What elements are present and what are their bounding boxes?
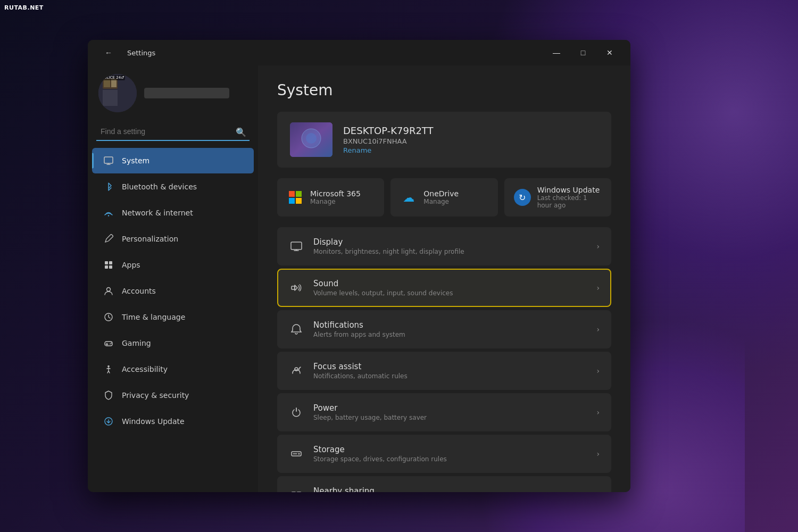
- quick-link-onedrive[interactable]: ☁ OneDrive Manage: [390, 178, 497, 217]
- display-text: DisplayMonitors, brightness, night light…: [313, 237, 587, 255]
- sidebar-item-label-network: Network & internet: [122, 209, 193, 217]
- rename-link[interactable]: Rename: [343, 146, 598, 154]
- focus_assist-desc: Notifications, automatic rules: [313, 372, 587, 380]
- svg-point-25: [298, 453, 300, 455]
- display-icon: [289, 239, 304, 254]
- power-desc: Sleep, battery usage, battery saver: [313, 414, 587, 421]
- titlebar-title: Settings: [127, 49, 155, 57]
- settings-item-focus_assist[interactable]: Focus assistNotifications, automatic rul…: [277, 352, 611, 390]
- sidebar-item-label-accessibility: Accessibility: [122, 365, 168, 373]
- sidebar-item-network[interactable]: Network & internet: [92, 200, 254, 226]
- svg-point-14: [110, 344, 111, 345]
- display-desc: Monitors, brightness, night light, displ…: [313, 248, 587, 255]
- sidebar-item-bluetooth[interactable]: Bluetooth & devices: [92, 174, 254, 200]
- sidebar-item-label-system: System: [122, 156, 149, 165]
- minimize-button[interactable]: —: [544, 44, 569, 61]
- sidebar: POLICE 24♂ 🔍 SystemBluetooth & devicesNe…: [88, 65, 258, 492]
- sound-text: SoundVolume levels, output, input, sound…: [313, 279, 587, 297]
- microsoft365-icon: [287, 189, 304, 206]
- time-icon: [103, 311, 114, 323]
- avatar-label: POLICE 24♂: [101, 75, 125, 80]
- settings-item-power[interactable]: PowerSleep, battery usage, battery saver…: [277, 393, 611, 431]
- search-box: 🔍: [96, 123, 250, 141]
- privacy-icon: [103, 389, 114, 401]
- titlebar-controls: — □ ✕: [544, 44, 622, 61]
- svg-point-16: [107, 365, 110, 368]
- titlebar: ← Settings — □ ✕: [88, 40, 630, 65]
- page-title: System: [277, 81, 611, 99]
- settings-item-display[interactable]: DisplayMonitors, brightness, night light…: [277, 227, 611, 265]
- apps-icon: [103, 259, 114, 271]
- settings-item-storage[interactable]: StorageStorage space, drives, configurat…: [277, 435, 611, 473]
- microsoft365-sub: Manage: [310, 198, 361, 205]
- notifications-name: Notifications: [313, 320, 587, 330]
- focus_assist-icon: [289, 363, 304, 378]
- quick-link-update-text: Windows Update Last checked: 1 hour ago: [537, 186, 602, 209]
- device-card: DESKTOP-K79R2TT BXNUC10i7FNHAA Rename: [277, 112, 611, 168]
- settings-item-notifications[interactable]: NotificationsAlerts from apps and system…: [277, 310, 611, 348]
- titlebar-left: ← Settings: [96, 44, 155, 61]
- svg-rect-3: [111, 79, 117, 87]
- svg-rect-9: [105, 265, 108, 269]
- user-profile: POLICE 24♂: [88, 65, 258, 121]
- sidebar-item-label-gaming: Gaming: [122, 339, 151, 347]
- sidebar-item-apps[interactable]: Apps: [92, 252, 254, 278]
- sidebar-item-gaming[interactable]: Gaming: [92, 330, 254, 356]
- sidebar-item-system[interactable]: System: [92, 148, 254, 173]
- notifications-icon: [289, 322, 304, 337]
- sidebar-item-label-accounts: Accounts: [122, 287, 156, 295]
- display-chevron: ›: [596, 242, 600, 251]
- svg-rect-2: [104, 79, 110, 87]
- quick-link-windows-update[interactable]: ↻ Windows Update Last checked: 1 hour ag…: [504, 178, 611, 217]
- onedrive-sub: Manage: [423, 198, 459, 205]
- settings-item-sound[interactable]: SoundVolume levels, output, input, sound…: [277, 269, 611, 307]
- sidebar-item-label-privacy: Privacy & security: [122, 391, 189, 400]
- nav-items: SystemBluetooth & devicesNetwork & inter…: [88, 145, 258, 437]
- sidebar-item-accessibility[interactable]: Accessibility: [92, 356, 254, 382]
- sidebar-item-accounts[interactable]: Accounts: [92, 278, 254, 304]
- quick-link-microsoft365[interactable]: Microsoft 365 Manage: [277, 178, 384, 217]
- svg-point-15: [111, 343, 112, 344]
- microsoft365-name: Microsoft 365: [310, 189, 361, 198]
- power-icon: [289, 405, 304, 420]
- sidebar-item-windows_update[interactable]: Windows Update: [92, 409, 254, 434]
- accessibility-icon: [103, 363, 114, 375]
- svg-point-11: [107, 288, 111, 292]
- search-input[interactable]: [96, 123, 250, 141]
- onedrive-name: OneDrive: [423, 189, 459, 198]
- svg-rect-21: [291, 242, 302, 250]
- sidebar-item-personalization[interactable]: Personalization: [92, 226, 254, 252]
- nearby_sharing-chevron: ›: [596, 491, 600, 492]
- svg-rect-7: [105, 261, 108, 264]
- power-chevron: ›: [596, 408, 600, 417]
- svg-rect-22: [292, 286, 295, 289]
- back-button[interactable]: ←: [96, 44, 121, 61]
- maximize-button[interactable]: □: [571, 44, 595, 61]
- settings-item-nearby_sharing[interactable]: Nearby sharingDiscoverability, received …: [277, 476, 611, 492]
- network-icon: [103, 207, 114, 219]
- sidebar-item-time[interactable]: Time & language: [92, 304, 254, 330]
- power-text: PowerSleep, battery usage, battery saver: [313, 403, 587, 421]
- svg-rect-8: [109, 261, 112, 264]
- accounts-icon: [103, 285, 114, 297]
- windows-update-name: Windows Update: [537, 186, 602, 194]
- main-content: System: [258, 65, 630, 492]
- nearby_sharing-text: Nearby sharingDiscoverability, received …: [313, 486, 587, 492]
- close-button[interactable]: ✕: [597, 44, 622, 61]
- power-name: Power: [313, 403, 587, 413]
- sidebar-item-label-bluetooth: Bluetooth & devices: [122, 182, 197, 191]
- svg-rect-4: [103, 90, 118, 106]
- windows_update-icon: [103, 415, 114, 427]
- sidebar-item-privacy[interactable]: Privacy & security: [92, 383, 254, 408]
- svg-rect-13: [105, 342, 112, 346]
- svg-point-23: [295, 368, 298, 371]
- search-button[interactable]: 🔍: [236, 127, 246, 137]
- sidebar-item-label-personalization: Personalization: [122, 235, 178, 243]
- storage-desc: Storage space, drives, configuration rul…: [313, 455, 587, 463]
- sidebar-item-label-windows_update: Windows Update: [122, 417, 185, 426]
- device-id: BXNUC10i7FNHAA: [343, 137, 598, 145]
- sound-desc: Volume levels, output, input, sound devi…: [313, 289, 587, 297]
- storage-name: Storage: [313, 445, 587, 454]
- windows-update-icon: ↻: [514, 189, 531, 206]
- sidebar-item-label-apps: Apps: [122, 261, 140, 269]
